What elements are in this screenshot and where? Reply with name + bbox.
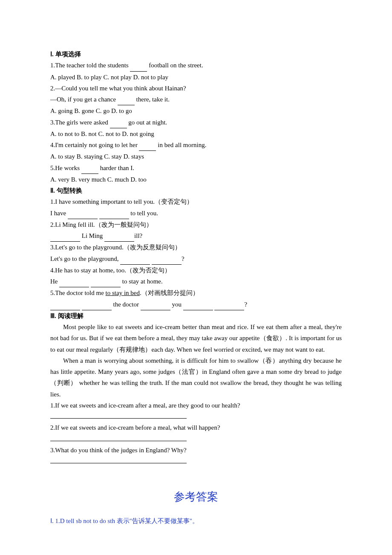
s1-q3-prompt-b: go out at night. <box>127 119 167 126</box>
section-2-heading: Ⅱ. 句型转换 <box>50 185 342 196</box>
s3-q3: 3.What do you think of the judges in Eng… <box>50 445 342 456</box>
s2-q3-l2: Let's go to the playground, . .? <box>50 253 342 265</box>
s3-q1: 1.If we eat sweets and ice-cream after a… <box>50 400 342 411</box>
s2-q4-l2-b: to stay at home. <box>121 278 163 285</box>
s2-q3-l2-a: Let's go to the playground, <box>50 255 120 262</box>
s1-q4-opts: A. to stay B. staying C. stay D. stays <box>50 151 342 162</box>
s2-q2-l1: 2.Li Ming fell ill.（改为一般疑问句） <box>50 219 342 230</box>
blank: . <box>81 162 98 174</box>
s2-q5-l2-c: ? <box>244 301 247 308</box>
s3-p1: Most people like to eat sweets and ice-c… <box>50 321 342 355</box>
s1-q4-prompt-a: 4.I'm certainly not going to let her <box>50 142 139 148</box>
s1-q3-prompt: 3.The girls were asked . go out at night… <box>50 117 342 128</box>
blank: . <box>214 299 244 310</box>
s1-q3-prompt-a: 3.The girls were asked <box>50 119 110 126</box>
answers-title: 参考答案 <box>50 487 342 507</box>
blank: . <box>68 208 98 219</box>
section-1-heading: Ⅰ. 单项选择 <box>50 49 342 60</box>
s2-q4-l1: 4.He has to stay at home, too.（改为否定句） <box>50 265 342 276</box>
blank: . <box>59 276 89 287</box>
s1-q5-prompt: 5.He works . harder than I. <box>50 162 342 174</box>
s2-q2-l2-a: Li Ming <box>80 232 104 239</box>
blank: . <box>91 276 121 287</box>
s1-q2-l2-b: there, take it. <box>135 96 170 103</box>
s3-q1-blank <box>50 411 342 422</box>
s2-q1-l1: 1.I have something important to tell you… <box>50 196 342 207</box>
s2-q4-l2: He . . to stay at home. <box>50 276 342 287</box>
s1-q1-opts: A. played B. to play C. not play D. not … <box>50 72 342 83</box>
s1-q1-prompt-text2: football on the street. <box>147 62 203 69</box>
blank: . <box>183 299 213 310</box>
blank: . <box>50 230 80 242</box>
s2-q5-l2: . . the doctor . you . .? <box>50 299 342 310</box>
s1-q5-prompt-b: harder than I. <box>98 165 134 171</box>
s1-q2-opts: A. going B. gone C. go D. to go <box>50 105 342 116</box>
s1-q4-prompt-b: in bed all morning. <box>156 142 206 148</box>
s3-q2: 2.If we eat sweets and ice-cream before … <box>50 422 342 433</box>
s2-q3-l2-b: ? <box>182 255 184 262</box>
blank: . <box>130 60 147 71</box>
blank: . <box>99 208 129 219</box>
s2-q5-l2-b: you <box>170 301 183 308</box>
answer-line <box>50 434 187 441</box>
s3-p2: When a man is worrying about something, … <box>50 355 342 400</box>
s3-q3-blank <box>50 456 342 467</box>
section-3-heading: Ⅲ. 阅读理解 <box>50 310 342 321</box>
answer-line <box>50 457 187 463</box>
blank: . <box>118 94 135 105</box>
s2-q1-l2-b: to tell you. <box>129 210 158 217</box>
s3-q2-blank <box>50 434 342 445</box>
blank: . <box>50 299 80 310</box>
s2-q1-l2-a: I have <box>50 210 68 217</box>
blank: . <box>141 299 170 310</box>
s2-q5-l1: 5.The doctor told me to stay in bed.（对画线… <box>50 287 342 298</box>
s1-q2-l2: —Oh, if you get a chance . there, take i… <box>50 94 342 105</box>
s2-q2-l2: . Li Ming .ill? <box>50 230 342 242</box>
s1-q2-l2-a: —Oh, if you get a chance <box>50 96 118 103</box>
blank: . <box>139 139 156 151</box>
s1-q5-opts: A. very B. very much C. much D. too <box>50 174 342 185</box>
blank: . <box>152 253 182 265</box>
s2-q5-l1-a: 5.The doctor told me <box>50 289 106 296</box>
s2-q2-l2-b: ill? <box>134 232 142 239</box>
blank: . <box>110 117 127 128</box>
s2-q3-l1: 3.Let's go to the playground.（改为反意疑问句） <box>50 242 342 253</box>
s1-q4-prompt: 4.I'm certainly not going to let her . i… <box>50 139 342 151</box>
s2-q1-l2: I have . . to tell you. <box>50 208 342 219</box>
s2-q5-l2-a: the doctor <box>112 301 141 308</box>
blank: . <box>82 299 112 310</box>
blank: . <box>120 253 150 265</box>
s1-q1-prompt-text: 1.The teacher told the students <box>50 62 130 69</box>
s1-q3-opts: A. to not to B. not C. not to D. not goi… <box>50 128 342 139</box>
answers-line-1: Ⅰ. 1.D tell sb not to do sth 表示"告诉某人不要做某… <box>50 515 342 526</box>
s2-q5-l1-b: .（对画线部分提问） <box>140 289 199 296</box>
s2-q5-underlined: to stay in bed <box>106 289 140 296</box>
s1-q1-prompt: 1.The teacher told the students . footba… <box>50 60 342 71</box>
answer-line <box>50 412 187 419</box>
s1-q2-l1: 2.—Could you tell me what you think abou… <box>50 83 342 94</box>
s1-q5-prompt-a: 5.He works <box>50 165 81 171</box>
blank: . <box>104 230 134 242</box>
s2-q4-l2-a: He <box>50 278 59 285</box>
